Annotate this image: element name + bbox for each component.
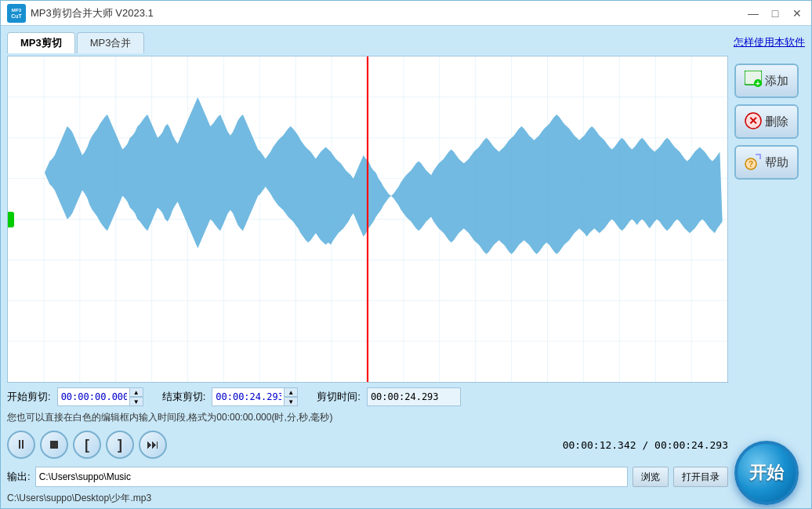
start-marker (8, 212, 14, 227)
help-label: 帮助 (765, 155, 788, 170)
cut-duration-display (367, 387, 461, 406)
pause-button[interactable]: ⏸ (7, 431, 35, 459)
output-path-input[interactable] (35, 467, 628, 487)
main-area: 开始剪切: ▲ ▼ 结束剪切: ▲ ▼ 剪切时间: (1, 53, 811, 508)
hint-text: 您也可以直接在白色的编辑框内输入时间段,格式为00:00:00.000(时,分,… (7, 411, 728, 424)
add-label: 添加 (765, 74, 788, 89)
svg-text:CuT: CuT (11, 13, 22, 19)
help-icon: ? (745, 153, 762, 173)
tab-mp3-cut[interactable]: MP3剪切 (7, 32, 75, 53)
cut-duration-label: 剪切时间: (317, 390, 361, 404)
playback-row: ⏸ ⏹ [ ] ⏭ 00:00:12.342 / 00:00:24.293 (7, 427, 728, 462)
maximize-button[interactable]: □ (767, 5, 783, 21)
time-separator: / (642, 439, 654, 451)
end-time-wrap: ▲ ▼ (212, 387, 298, 406)
mark-start-button[interactable]: [ (73, 431, 101, 459)
add-icon: + (745, 71, 762, 92)
delete-icon: ✕ (745, 112, 762, 132)
output-label: 输出: (7, 470, 31, 484)
mark-end-button[interactable]: ] (106, 431, 134, 459)
end-time-down[interactable]: ▼ (284, 397, 298, 406)
start-time-wrap: ▲ ▼ (57, 387, 143, 406)
end-time-up[interactable]: ▲ (284, 387, 298, 397)
start-time-spinner: ▲ ▼ (129, 387, 143, 406)
waveform-container[interactable] (7, 56, 728, 383)
main-window: MP3 CuT MP3剪切合并大师 V2023.1 — □ ✕ MP3剪切 MP… (0, 0, 812, 509)
window-controls: — □ ✕ (745, 5, 805, 21)
title-bar: MP3 CuT MP3剪切合并大师 V2023.1 — □ ✕ (1, 1, 811, 26)
svg-text:✕: ✕ (749, 115, 758, 127)
stop-button[interactable]: ⏹ (40, 431, 68, 459)
delete-button[interactable]: ✕ 删除 (734, 104, 799, 139)
svg-text:?: ? (749, 160, 753, 169)
start-time-down[interactable]: ▼ (129, 397, 143, 406)
help-link[interactable]: 怎样使用本软件 (734, 35, 805, 53)
minimize-button[interactable]: — (745, 5, 761, 21)
current-time: 00:00:12.342 (563, 439, 636, 451)
end-time-label: 结束剪切: (162, 390, 206, 404)
total-time: 00:00:24.293 (654, 439, 728, 451)
window-title: MP3剪切合并大师 V2023.1 (31, 6, 745, 20)
browse-button[interactable]: 浏览 (633, 467, 669, 487)
add-button[interactable]: + 添加 (734, 64, 799, 98)
start-time-up[interactable]: ▲ (129, 387, 143, 397)
waveform-svg (8, 56, 727, 382)
next-button[interactable]: ⏭ (139, 431, 167, 459)
output-row: 输出: 浏览 打开目录 (7, 465, 728, 489)
playback-time-display: 00:00:12.342 / 00:00:24.293 (563, 439, 728, 451)
time-controls-row: 开始剪切: ▲ ▼ 结束剪切: ▲ ▼ 剪切时间: (7, 386, 728, 408)
right-panel: + 添加 ✕ 删除 ? (734, 56, 805, 505)
close-button[interactable]: ✕ (789, 5, 805, 21)
tab-mp3-merge[interactable]: MP3合并 (77, 32, 145, 53)
start-button[interactable]: 开始 (734, 441, 799, 505)
start-time-label: 开始剪切: (7, 390, 51, 404)
svg-text:MP3: MP3 (12, 8, 22, 13)
source-file-path: C:\Users\suppo\Desktop\少年.mp3 (7, 492, 728, 505)
left-panel: 开始剪切: ▲ ▼ 结束剪切: ▲ ▼ 剪切时间: (7, 56, 728, 505)
end-time-spinner: ▲ ▼ (284, 387, 298, 406)
svg-text:+: + (756, 79, 760, 88)
tabs-bar: MP3剪切 MP3合并 怎样使用本软件 (1, 26, 811, 53)
delete-label: 删除 (765, 115, 788, 129)
open-dir-button[interactable]: 打开目录 (673, 467, 728, 487)
help-button[interactable]: ? 帮助 (734, 145, 799, 180)
app-logo: MP3 CuT (7, 4, 26, 23)
